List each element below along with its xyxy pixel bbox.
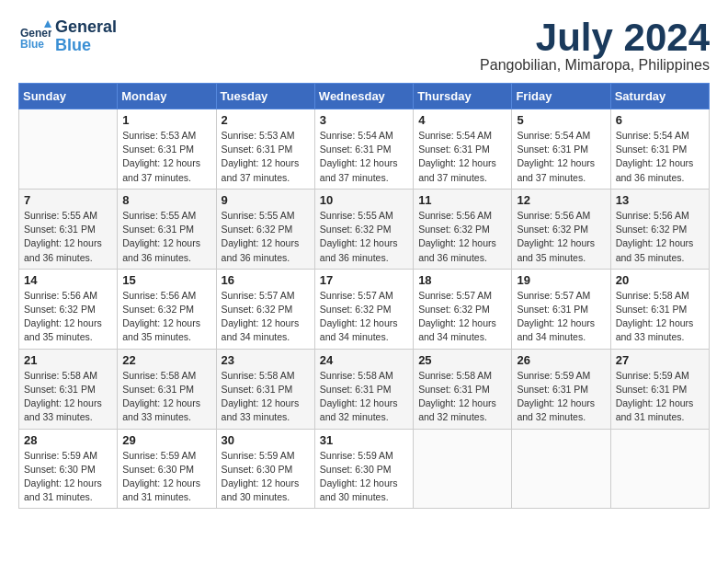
day-number: 18	[418, 273, 506, 287]
calendar-cell: 11Sunrise: 5:56 AM Sunset: 6:32 PM Dayli…	[414, 189, 512, 269]
weekday-header-thursday: Thursday	[414, 84, 512, 109]
calendar-cell: 24Sunrise: 5:58 AM Sunset: 6:31 PM Dayli…	[314, 349, 413, 429]
logo: General Blue General Blue	[18, 18, 117, 55]
title-block: July 2024 Pangobilian, Mimaropa, Philipp…	[480, 18, 710, 74]
day-info: Sunrise: 5:53 AM Sunset: 6:31 PM Dayligh…	[222, 129, 310, 185]
day-info: Sunrise: 5:56 AM Sunset: 6:32 PM Dayligh…	[418, 209, 506, 265]
day-info: Sunrise: 5:59 AM Sunset: 6:31 PM Dayligh…	[616, 369, 704, 425]
calendar-cell: 8Sunrise: 5:55 AM Sunset: 6:31 PM Daylig…	[118, 189, 216, 269]
day-info: Sunrise: 5:59 AM Sunset: 6:30 PM Dayligh…	[24, 449, 112, 505]
calendar-cell: 9Sunrise: 5:55 AM Sunset: 6:32 PM Daylig…	[216, 189, 314, 269]
calendar-cell: 4Sunrise: 5:54 AM Sunset: 6:31 PM Daylig…	[414, 109, 512, 190]
day-number: 22	[122, 353, 210, 367]
day-info: Sunrise: 5:56 AM Sunset: 6:32 PM Dayligh…	[517, 209, 605, 265]
day-info: Sunrise: 5:53 AM Sunset: 6:31 PM Dayligh…	[122, 129, 210, 185]
day-number: 14	[24, 273, 112, 287]
calendar-cell: 19Sunrise: 5:57 AM Sunset: 6:31 PM Dayli…	[512, 269, 610, 349]
day-number: 15	[122, 273, 210, 287]
weekday-header-friday: Friday	[512, 84, 610, 109]
logo-icon: General Blue	[18, 20, 51, 53]
day-info: Sunrise: 5:56 AM Sunset: 6:32 PM Dayligh…	[24, 289, 112, 345]
logo-text-line1: General	[55, 18, 117, 37]
calendar-cell: 30Sunrise: 5:59 AM Sunset: 6:30 PM Dayli…	[216, 429, 314, 509]
day-info: Sunrise: 5:55 AM Sunset: 6:32 PM Dayligh…	[320, 209, 408, 265]
calendar-cell: 20Sunrise: 5:58 AM Sunset: 6:31 PM Dayli…	[610, 269, 709, 349]
day-info: Sunrise: 5:58 AM Sunset: 6:31 PM Dayligh…	[616, 289, 704, 345]
day-number: 30	[222, 433, 310, 447]
day-info: Sunrise: 5:59 AM Sunset: 6:30 PM Dayligh…	[320, 449, 408, 505]
calendar-cell: 13Sunrise: 5:56 AM Sunset: 6:32 PM Dayli…	[610, 189, 709, 269]
weekday-header-tuesday: Tuesday	[216, 84, 314, 109]
month-title: July 2024	[480, 18, 710, 57]
day-info: Sunrise: 5:55 AM Sunset: 6:32 PM Dayligh…	[222, 209, 310, 265]
weekday-header-saturday: Saturday	[610, 84, 709, 109]
svg-text:Blue: Blue	[20, 38, 44, 51]
day-number: 8	[122, 193, 210, 207]
calendar-cell: 21Sunrise: 5:58 AM Sunset: 6:31 PM Dayli…	[19, 349, 118, 429]
page-header: General Blue General Blue July 2024 Pang…	[18, 18, 710, 74]
calendar-cell: 2Sunrise: 5:53 AM Sunset: 6:31 PM Daylig…	[216, 109, 314, 190]
calendar-cell: 31Sunrise: 5:59 AM Sunset: 6:30 PM Dayli…	[314, 429, 413, 509]
calendar-cell	[19, 109, 118, 190]
weekday-header-row: SundayMondayTuesdayWednesdayThursdayFrid…	[19, 84, 710, 109]
calendar-week-row: 21Sunrise: 5:58 AM Sunset: 6:31 PM Dayli…	[19, 349, 710, 429]
calendar-cell: 27Sunrise: 5:59 AM Sunset: 6:31 PM Dayli…	[610, 349, 709, 429]
day-number: 26	[517, 353, 605, 367]
calendar-cell: 6Sunrise: 5:54 AM Sunset: 6:31 PM Daylig…	[610, 109, 709, 190]
day-number: 25	[418, 353, 506, 367]
weekday-header-monday: Monday	[118, 84, 216, 109]
day-number: 23	[222, 353, 310, 367]
day-info: Sunrise: 5:55 AM Sunset: 6:31 PM Dayligh…	[122, 209, 210, 265]
day-number: 19	[517, 273, 605, 287]
day-number: 31	[320, 433, 408, 447]
day-number: 20	[616, 273, 704, 287]
day-number: 1	[122, 113, 210, 127]
day-number: 12	[517, 193, 605, 207]
day-info: Sunrise: 5:58 AM Sunset: 6:31 PM Dayligh…	[122, 369, 210, 425]
day-number: 27	[616, 353, 704, 367]
calendar-week-row: 1Sunrise: 5:53 AM Sunset: 6:31 PM Daylig…	[19, 109, 710, 190]
day-number: 3	[320, 113, 408, 127]
day-number: 29	[122, 433, 210, 447]
day-number: 21	[24, 353, 112, 367]
calendar-cell: 23Sunrise: 5:58 AM Sunset: 6:31 PM Dayli…	[216, 349, 314, 429]
calendar-cell: 1Sunrise: 5:53 AM Sunset: 6:31 PM Daylig…	[118, 109, 216, 190]
calendar-cell	[512, 429, 610, 509]
location-subtitle: Pangobilian, Mimaropa, Philippines	[480, 57, 710, 74]
day-number: 16	[222, 273, 310, 287]
calendar-cell: 5Sunrise: 5:54 AM Sunset: 6:31 PM Daylig…	[512, 109, 610, 190]
day-number: 7	[24, 193, 112, 207]
day-number: 6	[616, 113, 704, 127]
calendar-week-row: 7Sunrise: 5:55 AM Sunset: 6:31 PM Daylig…	[19, 189, 710, 269]
calendar-cell	[414, 429, 512, 509]
day-info: Sunrise: 5:55 AM Sunset: 6:31 PM Dayligh…	[24, 209, 112, 265]
day-info: Sunrise: 5:58 AM Sunset: 6:31 PM Dayligh…	[24, 369, 112, 425]
calendar-cell: 28Sunrise: 5:59 AM Sunset: 6:30 PM Dayli…	[19, 429, 118, 509]
day-info: Sunrise: 5:54 AM Sunset: 6:31 PM Dayligh…	[517, 129, 605, 185]
day-info: Sunrise: 5:58 AM Sunset: 6:31 PM Dayligh…	[222, 369, 310, 425]
day-number: 2	[222, 113, 310, 127]
day-number: 10	[320, 193, 408, 207]
calendar-cell: 17Sunrise: 5:57 AM Sunset: 6:32 PM Dayli…	[314, 269, 413, 349]
day-number: 28	[24, 433, 112, 447]
day-number: 11	[418, 193, 506, 207]
day-info: Sunrise: 5:58 AM Sunset: 6:31 PM Dayligh…	[418, 369, 506, 425]
calendar-cell: 22Sunrise: 5:58 AM Sunset: 6:31 PM Dayli…	[118, 349, 216, 429]
calendar-cell: 3Sunrise: 5:54 AM Sunset: 6:31 PM Daylig…	[314, 109, 413, 190]
day-info: Sunrise: 5:54 AM Sunset: 6:31 PM Dayligh…	[418, 129, 506, 185]
day-info: Sunrise: 5:56 AM Sunset: 6:32 PM Dayligh…	[616, 209, 704, 265]
calendar-cell: 12Sunrise: 5:56 AM Sunset: 6:32 PM Dayli…	[512, 189, 610, 269]
weekday-header-sunday: Sunday	[19, 84, 118, 109]
day-info: Sunrise: 5:57 AM Sunset: 6:32 PM Dayligh…	[418, 289, 506, 345]
calendar-cell: 16Sunrise: 5:57 AM Sunset: 6:32 PM Dayli…	[216, 269, 314, 349]
calendar-table: SundayMondayTuesdayWednesdayThursdayFrid…	[18, 83, 710, 509]
day-info: Sunrise: 5:57 AM Sunset: 6:31 PM Dayligh…	[517, 289, 605, 345]
day-number: 5	[517, 113, 605, 127]
day-number: 13	[616, 193, 704, 207]
day-info: Sunrise: 5:57 AM Sunset: 6:32 PM Dayligh…	[320, 289, 408, 345]
day-info: Sunrise: 5:54 AM Sunset: 6:31 PM Dayligh…	[320, 129, 408, 185]
calendar-cell: 26Sunrise: 5:59 AM Sunset: 6:31 PM Dayli…	[512, 349, 610, 429]
calendar-cell: 29Sunrise: 5:59 AM Sunset: 6:30 PM Dayli…	[118, 429, 216, 509]
calendar-cell: 18Sunrise: 5:57 AM Sunset: 6:32 PM Dayli…	[414, 269, 512, 349]
calendar-cell: 14Sunrise: 5:56 AM Sunset: 6:32 PM Dayli…	[19, 269, 118, 349]
